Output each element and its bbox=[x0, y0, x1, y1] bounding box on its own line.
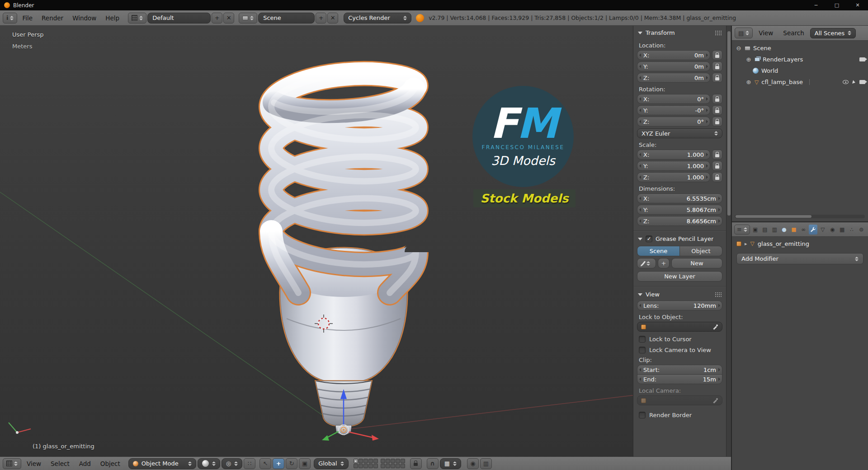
transform-panel-header[interactable]: Transform bbox=[633, 26, 726, 39]
rotation-y-field[interactable]: Y:-0° bbox=[637, 105, 710, 115]
mode-select[interactable]: Object Mode bbox=[128, 458, 196, 469]
unlink-layout-button[interactable]: ✕ bbox=[223, 13, 234, 24]
add-modifier-button[interactable]: Add Modifier bbox=[736, 253, 863, 264]
lock-camera-checkbox[interactable] bbox=[639, 347, 646, 353]
cfl-bulb-model[interactable] bbox=[271, 74, 416, 435]
lock-scale-x-button[interactable] bbox=[712, 150, 722, 160]
dimensions-z-field[interactable]: Z:8.6656cm bbox=[637, 216, 722, 226]
location-x-field[interactable]: X:0m bbox=[637, 50, 710, 60]
viewport-canvas[interactable] bbox=[0, 26, 731, 456]
eyedropper-icon[interactable] bbox=[712, 324, 718, 330]
transform-orientation-select[interactable]: Global bbox=[314, 458, 348, 469]
grease-pencil-checkbox[interactable] bbox=[646, 235, 652, 242]
tab-object-data[interactable]: ▽ bbox=[818, 225, 827, 235]
panel-drag-handle[interactable] bbox=[715, 30, 722, 35]
view-panel-header[interactable]: View bbox=[633, 287, 726, 301]
menu-view[interactable]: View bbox=[23, 460, 45, 467]
outliner-display-filter-select[interactable]: All Scenes bbox=[810, 28, 856, 38]
collapse-icon[interactable]: ⊖ bbox=[736, 45, 742, 52]
clip-end-field[interactable]: End:15m bbox=[637, 374, 722, 384]
pivot-point-select[interactable]: ◎ bbox=[222, 458, 242, 469]
lock-rotation-x-button[interactable] bbox=[712, 94, 722, 104]
menu-help[interactable]: Help bbox=[101, 14, 123, 22]
menu-select[interactable]: Select bbox=[47, 460, 74, 467]
npanel-scrollbar[interactable] bbox=[726, 26, 731, 456]
tab-material[interactable]: ◉ bbox=[828, 225, 837, 235]
outliner-editor-type-button[interactable]: ▤ bbox=[735, 28, 753, 38]
manipulator-toggle[interactable]: ↖ bbox=[259, 458, 271, 469]
lock-to-object-field[interactable] bbox=[637, 322, 722, 332]
close-button[interactable]: ✕ bbox=[847, 0, 868, 10]
maximize-button[interactable]: □ bbox=[826, 0, 847, 10]
grease-pencil-brush-button[interactable] bbox=[637, 258, 656, 268]
render-border-checkbox[interactable] bbox=[639, 412, 646, 418]
lock-rotation-y-button[interactable] bbox=[712, 105, 722, 115]
pivot-align-toggle[interactable]: ∷ bbox=[244, 458, 255, 469]
tree-item-cfl-lamp-base[interactable]: ⊕ ▽ cfl_lamp_base bbox=[732, 76, 868, 88]
menu-render[interactable]: Render bbox=[38, 14, 67, 22]
rotation-mode-select[interactable]: XYZ Euler bbox=[637, 128, 722, 138]
viewport-editor-type-button[interactable] bbox=[3, 458, 21, 469]
layer-button[interactable] bbox=[373, 464, 378, 468]
lock-rotation-z-button[interactable] bbox=[712, 117, 722, 127]
layer-button[interactable] bbox=[359, 464, 363, 468]
viewport-shading-select[interactable] bbox=[198, 458, 220, 469]
scale-z-field[interactable]: Z:1.000 bbox=[637, 172, 710, 182]
layer-button[interactable] bbox=[401, 459, 405, 463]
outliner-menu-view[interactable]: View bbox=[755, 29, 777, 37]
tab-render-layers[interactable]: ▤ bbox=[760, 225, 769, 235]
layer-button[interactable] bbox=[386, 459, 390, 463]
scale-x-field[interactable]: X:1.000 bbox=[637, 150, 710, 160]
layer-button[interactable] bbox=[391, 459, 395, 463]
tab-physics[interactable]: ⊚ bbox=[857, 225, 866, 235]
screen-layout-browse-button[interactable] bbox=[128, 13, 146, 24]
layer-button[interactable] bbox=[354, 459, 358, 463]
layer-button[interactable] bbox=[401, 464, 405, 468]
screen-layout-name-field[interactable]: Default bbox=[147, 13, 211, 24]
visibility-toggle-icon[interactable] bbox=[843, 80, 849, 84]
local-camera-field[interactable] bbox=[637, 395, 722, 405]
lens-field[interactable]: Lens:120mm bbox=[637, 301, 722, 310]
grease-pencil-panel-header[interactable]: Grease Pencil Layer bbox=[633, 232, 726, 245]
expand-icon[interactable]: ⊕ bbox=[745, 56, 752, 63]
unlink-scene-button[interactable]: ✕ bbox=[327, 13, 338, 24]
scale-y-field[interactable]: Y:1.000 bbox=[637, 161, 710, 171]
dimensions-x-field[interactable]: X:6.5535cm bbox=[637, 193, 722, 203]
tab-scene[interactable]: ▥ bbox=[770, 225, 779, 235]
lock-to-cursor-checkbox[interactable] bbox=[639, 336, 646, 343]
layer-button[interactable] bbox=[363, 459, 368, 463]
layer-button[interactable] bbox=[363, 464, 368, 468]
lock-scale-z-button[interactable] bbox=[712, 172, 722, 182]
menu-file[interactable]: File bbox=[18, 14, 37, 22]
opengl-render-animation-button[interactable]: ▥ bbox=[480, 458, 492, 469]
tab-texture[interactable]: ▦ bbox=[838, 225, 846, 235]
tab-constraints[interactable]: ∞ bbox=[799, 225, 808, 235]
scale-manipulator-button[interactable]: ▣ bbox=[299, 458, 311, 469]
add-scene-button[interactable]: + bbox=[316, 13, 326, 24]
tab-particles[interactable]: ∴ bbox=[847, 225, 856, 235]
layer-button[interactable] bbox=[354, 464, 358, 468]
3d-viewport[interactable]: User Persp Meters (1) glass_or_emitting … bbox=[0, 26, 731, 456]
rotation-z-field[interactable]: Z:0° bbox=[637, 117, 710, 127]
location-z-field[interactable]: Z:0m bbox=[637, 73, 710, 83]
outliner-menu-search[interactable]: Search bbox=[779, 29, 808, 37]
layer-group-2[interactable] bbox=[381, 459, 405, 468]
scene-browse-button[interactable] bbox=[239, 13, 257, 24]
layer-button[interactable] bbox=[396, 464, 400, 468]
tab-world[interactable]: ● bbox=[780, 225, 788, 235]
rotation-x-field[interactable]: X:0° bbox=[637, 94, 710, 104]
grease-pencil-new-button[interactable]: New bbox=[671, 258, 722, 268]
lock-scale-y-button[interactable] bbox=[712, 161, 722, 171]
selectability-toggle-icon[interactable] bbox=[852, 80, 856, 84]
scrollbar-thumb[interactable] bbox=[736, 215, 811, 218]
lock-location-x-button[interactable] bbox=[712, 50, 722, 60]
rotate-manipulator-button[interactable]: ↻ bbox=[286, 458, 297, 469]
tree-item-renderlayers[interactable]: ⊕ RenderLayers bbox=[732, 54, 868, 65]
translate-manipulator-button[interactable]: + bbox=[273, 458, 284, 469]
layer-group-1[interactable] bbox=[354, 459, 378, 468]
tab-scene[interactable]: Scene bbox=[637, 246, 680, 256]
lock-location-y-button[interactable] bbox=[712, 61, 722, 71]
info-editor-type-button[interactable]: i bbox=[3, 13, 17, 24]
lock-to-scene-button[interactable] bbox=[410, 458, 422, 469]
menu-object[interactable]: Object bbox=[96, 460, 124, 467]
